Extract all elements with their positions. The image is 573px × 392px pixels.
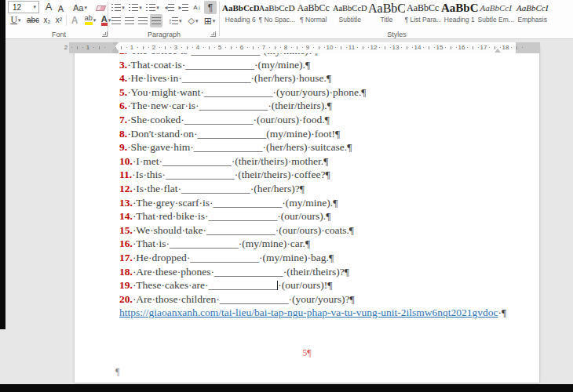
exercise-line[interactable]: 9.·She·gave·him·_____________·(her/hers)…: [119, 140, 536, 154]
pilcrow-mark: ¶: [327, 100, 332, 111]
shrink-font-icon: A: [58, 4, 64, 13]
align-right-icon: [138, 17, 148, 24]
style-card[interactable]: AaBbCcI Emphasis: [514, 2, 551, 28]
pilcrow-mark: ¶: [305, 59, 310, 71]
align-left-button[interactable]: [110, 14, 122, 27]
pilcrow-mark: ¶: [325, 114, 330, 125]
exercise-line[interactable]: 7.·She·cooked·_____________·(our/ours)·f…: [119, 113, 536, 127]
hyperlink-line: https://giaoanxanh.com/tai-lieu/bai-tap-…: [119, 306, 536, 320]
paragraph-dialog-launcher[interactable]: [210, 31, 216, 37]
sentence-text: ·She·gave·him·: [127, 141, 194, 153]
pilcrow-mark: ¶: [350, 293, 355, 305]
show-formatting-button[interactable]: ¶: [204, 1, 217, 14]
bullets-button[interactable]: ▾: [110, 1, 126, 14]
list-number: 20.: [119, 293, 133, 305]
subscript-icon: x₂: [44, 16, 51, 24]
list-number: 17.: [119, 252, 133, 263]
superscript-button[interactable]: x²: [53, 13, 64, 27]
sort-button[interactable]: A↓: [191, 1, 203, 14]
right-indent-marker[interactable]: [495, 49, 502, 53]
sentence-text: ·The·grey·scarf·is·: [133, 197, 214, 209]
shading-button[interactable]: ◇▾: [185, 14, 201, 27]
subscript-button[interactable]: x₂: [42, 13, 53, 27]
pilcrow-mark: ¶: [300, 183, 305, 194]
font-group-label: Font: [8, 31, 110, 38]
text-effects-button[interactable]: A: [68, 13, 81, 27]
pilcrow-mark: ¶: [347, 141, 352, 153]
borders-button[interactable]: ⊞▾: [202, 14, 217, 27]
line-spacing-button[interactable]: ↕▾: [166, 14, 184, 27]
style-card[interactable]: AaBbCcI Subtle Em...: [478, 2, 515, 28]
exercise-line[interactable]: 3.·That·coat·is·_____________·(my/mine).…: [119, 58, 536, 72]
indent-lines-icon: [182, 4, 188, 11]
justify-button[interactable]: [150, 14, 162, 27]
align-right-button[interactable]: [137, 14, 149, 27]
change-case-button[interactable]: Aa▾: [71, 1, 89, 14]
sentence-text: ·We·should·take·: [133, 224, 206, 236]
style-card[interactable]: AaBbCc ¶ List Para...: [405, 2, 442, 28]
hint-text: ·(their/theirs)?: [283, 266, 345, 278]
style-card[interactable]: AaBbCcD Heading 6: [222, 2, 259, 28]
style-card[interactable]: AaBbCcD Subtitle: [332, 2, 369, 28]
pilcrow-icon: ¶: [208, 2, 213, 13]
exercise-line[interactable]: 17.·He·dropped·_____________·(my/mine)·b…: [119, 251, 536, 265]
footer-page-number: 5¶: [75, 347, 539, 359]
exercise-line[interactable]: 20.·Are·those·children·_____________·(yo…: [119, 292, 536, 307]
answer-blank: _____________: [206, 224, 276, 236]
multilevel-list-icon: [146, 4, 155, 11]
style-card[interactable]: AaBbC Heading 1: [441, 2, 478, 28]
exercise-line[interactable]: 14.·That·red·bike·is·_____________·(our/…: [119, 209, 536, 223]
style-name: Title: [368, 16, 405, 24]
exercise-line[interactable]: 11.·Is·this·_____________·(their/theirs)…: [119, 168, 536, 182]
exercise-line[interactable]: 10.·I·met·_____________·(their/theirs)·m…: [119, 154, 536, 169]
ruler-number: 16: [458, 44, 465, 51]
hanging-indent-marker[interactable]: [112, 47, 119, 53]
list-number: 8.: [119, 128, 127, 140]
align-center-button[interactable]: [123, 14, 136, 27]
underline-button[interactable]: U▾: [8, 13, 24, 27]
pilcrow-mark: ¶: [327, 72, 331, 84]
first-line-indent-marker[interactable]: [112, 42, 119, 46]
exercise-line[interactable]: 6.·The·new·car·is·_____________·(their/t…: [119, 99, 536, 113]
exercise-line[interactable]: 4.·He·lives·in·_____________·(her/hers)·…: [119, 71, 536, 85]
increase-indent-button[interactable]: ▸: [177, 1, 190, 14]
decrease-indent-button[interactable]: ◂: [162, 1, 176, 14]
font-dialog-launcher[interactable]: [102, 31, 108, 37]
multilevel-list-button[interactable]: ▾: [144, 1, 161, 14]
exercise-line[interactable]: 8.·Don't·stand·on·_____________(my/mine)…: [119, 127, 536, 141]
chevron-down-icon: ▾: [122, 5, 125, 11]
style-card[interactable]: AaBbCc ¶ Normal: [295, 2, 332, 28]
pilcrow-mark: ¶: [349, 224, 354, 236]
document-page[interactable]: 2.·The·coffee·is·_____________·(my/mine)…: [75, 47, 539, 383]
chevron-down-icon: ▾: [18, 17, 21, 24]
exercise-line[interactable]: 18.·Are·these·phones·_____________·(thei…: [119, 265, 536, 279]
style-card[interactable]: AaBbC Title: [368, 2, 405, 28]
answer-blank: _____________: [182, 72, 251, 84]
sentence-text: ·Don't·stand·on·: [127, 128, 197, 140]
hint-text: ·(your/yours)·phone.: [273, 86, 362, 98]
chevron-down-icon: ▾: [179, 18, 182, 24]
style-card[interactable]: AaBbCcDd ¶ No Spac...: [259, 2, 296, 28]
font-size-combobox[interactable]: 12 ▾: [8, 1, 39, 13]
exercise-line[interactable]: 5.·You·might·want·_____________·(your/yo…: [119, 85, 536, 100]
exercise-line[interactable]: 13.·The·grey·scarf·is·_____________·(my/…: [119, 196, 536, 210]
exercise-line[interactable]: 16.·That·is·_____________·(my/mine)·car.…: [119, 237, 536, 251]
text-effects-icon: A: [71, 15, 78, 26]
exercise-line[interactable]: 12.·Is·the·flat·_____________·(her/hers)…: [119, 182, 536, 196]
list-number: 5.: [119, 86, 127, 98]
divider: [66, 14, 67, 26]
strikethrough-button[interactable]: abc: [25, 13, 41, 27]
exercise-line[interactable]: 19.·These·cakes·are·_____________·(our/o…: [119, 278, 536, 292]
hyperlink[interactable]: https://giaoanxanh.com/tai-lieu/bai-tap-…: [119, 307, 498, 318]
answer-blank: _____________: [220, 293, 289, 305]
grow-font-button[interactable]: A: [43, 0, 54, 13]
hint-text: ·(our/ours)!: [278, 279, 327, 291]
horizontal-ruler[interactable]: 21 123456789101112131415161718: [69, 42, 540, 53]
style-preview: AaBbCc: [295, 2, 332, 15]
ruler-number: 17: [480, 44, 487, 51]
numbering-button[interactable]: ▾: [127, 1, 144, 14]
exercise-line[interactable]: 15.·We·should·take·_____________·(our/ou…: [119, 223, 536, 238]
highlight-color-button[interactable]: ab▾: [82, 13, 99, 27]
hint-text: ·(my/mine)·car.: [239, 238, 305, 249]
indent-lines-icon: [168, 4, 174, 11]
